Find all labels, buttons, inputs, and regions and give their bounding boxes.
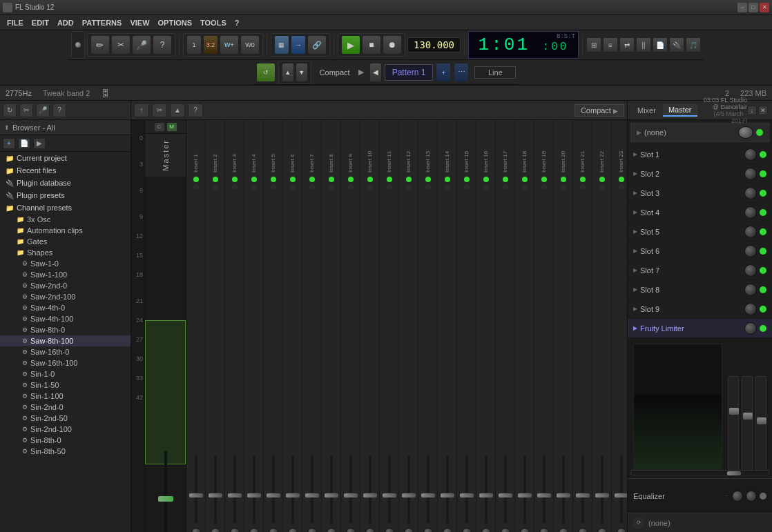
slot-5-knob[interactable] (744, 226, 757, 238)
menu-edit[interactable]: EDIT (28, 17, 53, 28)
position-knob[interactable] (71, 31, 85, 59)
mixer-tb4[interactable]: ? (188, 104, 203, 117)
sidebar-item-automation-clips[interactable]: 📁 Automation clips (0, 225, 131, 236)
sidebar-item-saw-8th-100[interactable]: ⚙ Saw-8th-100 (0, 335, 131, 346)
menu-help[interactable]: ? (231, 17, 244, 28)
sidebar-item-3xosc[interactable]: 📁 3x Osc (0, 214, 131, 225)
track-fader-handle-17[interactable] (499, 493, 512, 497)
fx-slot-9[interactable]: ▶ Slot 9 (628, 299, 772, 319)
track-fader-handle-5[interactable] (267, 493, 280, 497)
help-tool-btn[interactable]: ? (153, 35, 172, 55)
track-knob-18[interactable] (520, 528, 530, 532)
sidebar-refresh-btn[interactable]: ↻ (3, 104, 17, 117)
stop-btn[interactable]: ■ (362, 35, 381, 55)
insert-track-15[interactable]: Insert 15◀▶ (457, 120, 476, 532)
sidebar-section-recent-files[interactable]: 📁 Recent files (0, 164, 131, 177)
sidebar-help-btn[interactable]: ? (52, 104, 66, 117)
slot-7-knob[interactable] (744, 264, 757, 277)
insert-track-6[interactable]: Insert 6◀▶ (283, 120, 302, 532)
track-knob-1[interactable] (191, 528, 201, 532)
sidebar-item-saw-4th-100[interactable]: ⚙ Saw-4th-100 (0, 313, 131, 324)
track-fader-handle-15[interactable] (460, 493, 474, 497)
sidebar-section-plugin-db[interactable]: 🔌 Plugin database (0, 177, 131, 189)
eq-knob-1[interactable] (732, 491, 743, 502)
fx-slot-7[interactable]: ▶ Slot 7 (628, 261, 772, 280)
insert-track-4[interactable]: Insert 4◀▶ (244, 120, 264, 532)
sidebar-item-sin-1-50[interactable]: ⚙ Sin-1-50 (0, 380, 131, 391)
sidebar-file-btn[interactable]: 📄 (18, 138, 30, 149)
sidebar-expand-btn[interactable]: ▶ (33, 138, 46, 149)
fx-slot-3[interactable]: ▶ Slot 3 (628, 184, 772, 203)
counter1-btn[interactable]: 1 (186, 35, 202, 55)
hri-btn5[interactable]: 📄 (653, 37, 668, 52)
track-fader-handle-18[interactable] (518, 493, 532, 497)
hri-btn2[interactable]: ≡ (603, 37, 618, 52)
line-selector[interactable]: Line (474, 66, 516, 79)
insert-track-18[interactable]: Insert 18◀▶ (515, 120, 534, 532)
sidebar-cut-btn[interactable]: ✂ (19, 104, 33, 117)
track-fader-handle-19[interactable] (537, 493, 551, 497)
menu-tools[interactable]: tooLS (196, 17, 231, 28)
hri-btn4[interactable]: || (636, 37, 651, 52)
track-fader-handle-21[interactable] (576, 493, 590, 497)
hri-btn1[interactable]: ⊞ (586, 37, 601, 52)
track-fader-handle-3[interactable] (228, 493, 242, 497)
menu-view[interactable]: VIEW (126, 17, 153, 28)
track-fader-handle-20[interactable] (557, 493, 570, 497)
insert-track-8[interactable]: Insert 8◀▶ (322, 120, 341, 532)
track-knob-22[interactable] (597, 528, 607, 532)
sidebar-item-sin-1-0[interactable]: ⚙ Sin-1-0 (0, 368, 131, 380)
stepseq-btn[interactable]: → (291, 35, 306, 55)
track-fader-handle-9[interactable] (344, 493, 358, 497)
track-knob-23[interactable] (617, 528, 626, 532)
fx-fader-1-handle[interactable] (729, 408, 739, 415)
track-knob-11[interactable] (385, 528, 394, 532)
slot-8-knob[interactable] (744, 284, 757, 296)
sidebar-item-saw-2nd-100[interactable]: ⚙ Saw-2nd-100 (0, 291, 131, 302)
track-knob-7[interactable] (307, 528, 317, 532)
hri-btn3[interactable]: ⇄ (619, 37, 635, 52)
track-fader-handle-10[interactable] (363, 493, 377, 497)
prev-pattern-btn[interactable]: ◀ (369, 63, 382, 82)
fx-fader-2-handle[interactable] (743, 413, 753, 420)
menu-patterns[interactable]: PATTERNS (78, 17, 126, 28)
sidebar-item-sin-2nd-100[interactable]: ⚙ Sin-2nd-100 (0, 424, 131, 435)
fx-none-selector[interactable]: ▶ (none) (630, 123, 769, 142)
fx-slot-4[interactable]: ▶ Slot 4 (628, 203, 772, 222)
track-knob-13[interactable] (423, 528, 433, 532)
track-knob-20[interactable] (559, 528, 568, 532)
compact-mode-label[interactable]: Compact ▶ (575, 104, 624, 117)
track-fader-handle-23[interactable] (615, 493, 628, 497)
sidebar-add-btn[interactable]: + (3, 138, 15, 149)
slot-1-knob[interactable] (744, 148, 757, 161)
track-knob-16[interactable] (481, 528, 491, 532)
fx-tab-master[interactable]: Master (663, 104, 697, 117)
master-c-btn[interactable]: C (154, 122, 165, 132)
slot-2-knob[interactable] (744, 168, 757, 180)
track-fader-handle-1[interactable] (189, 493, 203, 497)
track-knob-8[interactable] (327, 528, 336, 532)
insert-track-22[interactable]: Insert 22◀▶ (592, 120, 612, 532)
playlist-btn[interactable]: ▦ (274, 35, 289, 55)
pattern-options-btn[interactable]: ⋯ (454, 63, 469, 82)
fx-panel-close-btn[interactable]: ✕ (758, 106, 768, 115)
track-fader-handle-22[interactable] (595, 493, 609, 497)
insert-track-11[interactable]: Insert 11◀▶ (380, 120, 399, 532)
sidebar-item-shapes[interactable]: 📁 Shapes (0, 247, 131, 258)
insert-track-1[interactable]: Insert 1◀▶ (186, 120, 206, 532)
track-fader-handle-7[interactable] (305, 493, 319, 497)
mixer-tb2[interactable]: ✂ (152, 104, 167, 117)
snap-down-btn[interactable]: ▼ (296, 63, 308, 82)
insert-track-2[interactable]: Insert 2◀▶ (206, 120, 225, 532)
sidebar-item-sin-2nd-50[interactable]: ⚙ Sin-2nd-50 (0, 413, 131, 424)
insert-track-7[interactable]: Insert 7◀▶ (302, 120, 322, 532)
fx-slot-2[interactable]: ▶ Slot 2 (628, 164, 772, 184)
fx-fader-3-handle[interactable] (757, 417, 766, 424)
none-knob[interactable] (738, 126, 753, 139)
mic-tool-btn[interactable]: 🎤 (132, 35, 151, 55)
counter4-btn[interactable]: W0 (240, 35, 260, 55)
track-knob-2[interactable] (211, 528, 220, 532)
insert-track-16[interactable]: Insert 16◀▶ (476, 120, 496, 532)
fx-tab-mixer[interactable]: Mixer (632, 105, 662, 116)
sidebar-item-sin-1-100[interactable]: ⚙ Sin-1-100 (0, 391, 131, 402)
